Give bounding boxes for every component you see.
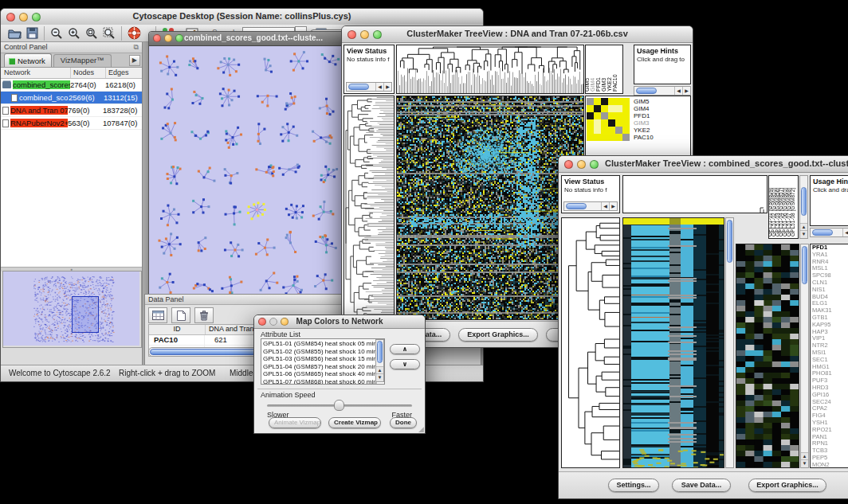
network-table-row[interactable]: combined_scores2764(0)16218(0) — [1, 79, 142, 92]
zoom-matrix-cell[interactable] — [615, 98, 622, 105]
close-button[interactable] — [153, 34, 161, 42]
zoom-matrix-cell[interactable] — [587, 105, 594, 112]
tv2-settings-button[interactable]: Settings... — [608, 479, 659, 492]
tv2-gene-list[interactable]: PFD1YRA1RNR4MSL1SPC98CLN1NIS1BUD4ELG1MAK… — [810, 244, 848, 468]
zoom-matrix-cell[interactable] — [594, 105, 601, 112]
tv2-heatmap-scrollbar[interactable] — [725, 217, 734, 468]
zoom-matrix-cell[interactable] — [615, 105, 622, 112]
attribute-list-item[interactable]: GPL51-02 (GSM855) heat shock 10 min — [263, 348, 384, 356]
slider-thumb[interactable] — [334, 400, 344, 411]
zoom-matrix-cell[interactable] — [594, 134, 601, 141]
tv1-usage-scrollbar[interactable]: ◀▶ — [634, 86, 691, 96]
open-session-icon[interactable] — [6, 25, 23, 41]
tv1-zoom-row-labels[interactable]: GIM5GIM4PFD1GIM3YKE2PAC10 — [634, 98, 654, 141]
zoom-matrix-cell[interactable] — [608, 112, 615, 119]
tv2-gene-list-scrollbar[interactable]: ▲▼ — [800, 244, 809, 468]
zoom-matrix-cell[interactable] — [601, 98, 608, 105]
attribute-list-item[interactable]: GPL51-03 (GSM856) heat shock 15 min — [263, 355, 384, 363]
tv2-column-label[interactable]: GPL51-08 (GSM872) — [790, 188, 795, 236]
network-table-row[interactable]: DNA and Tran 07769(0)183728(0) — [1, 104, 142, 117]
zoom-matrix-row-label[interactable]: PAC10 — [634, 134, 654, 141]
col-header-nodes[interactable]: Nodes — [71, 68, 106, 78]
zoom-matrix-cell[interactable] — [587, 127, 594, 134]
tab-network[interactable]: Network — [4, 53, 52, 67]
zoom-matrix-cell[interactable] — [601, 105, 608, 112]
tv2-save-data-button[interactable]: Save Data... — [672, 479, 731, 492]
zoom-matrix-cell[interactable] — [615, 127, 622, 134]
tv1-column-label[interactable]: PFD1 — [595, 77, 601, 92]
dp-col-id[interactable]: ID — [149, 325, 206, 334]
zoom-matrix-cell[interactable] — [601, 134, 608, 141]
tv1-column-labels[interactable]: GIM5GIM4PFD1GIM3YKE2PAC10 — [585, 45, 623, 94]
zoom-button[interactable] — [175, 34, 183, 42]
float-panel-icon[interactable]: ⧉ — [134, 43, 139, 52]
create-vizmap-button[interactable]: Create Vizmap — [328, 417, 381, 428]
zoom-matrix-cell[interactable] — [601, 127, 608, 134]
tv2-column-labels[interactable]: GPL51-01 (GSM854)GPL51-02 (GSM855)GPL51-… — [768, 175, 799, 239]
delete-attribute-trash-icon[interactable] — [194, 307, 214, 323]
zoom-in-icon[interactable] — [65, 25, 83, 41]
zoom-matrix-cell[interactable] — [594, 98, 601, 105]
minimize-button[interactable] — [164, 34, 172, 42]
tv2-zoom-heatmap[interactable] — [736, 244, 799, 468]
zoom-matrix-row-label[interactable]: PFD1 — [634, 112, 654, 119]
attribute-list-item[interactable]: GPL51-06 (GSM865) heat shock 40 min — [263, 370, 384, 378]
tv1-column-label[interactable]: GIM4 — [590, 78, 595, 92]
zoom-selected-icon[interactable] — [100, 25, 118, 41]
zoom-matrix-cell[interactable] — [601, 119, 608, 127]
tv1-titlebar[interactable]: ClusterMaker TreeView : DNA and Tran 07-… — [342, 26, 693, 43]
new-attribute-icon[interactable] — [171, 307, 190, 323]
zoom-matrix-cell[interactable] — [608, 127, 615, 134]
tv2-export-graphics-button[interactable]: Export Graphics... — [748, 479, 826, 492]
zoom-matrix-row-label[interactable]: YKE2 — [634, 127, 654, 134]
animate-vizmap-button[interactable]: Animate Vizmap — [269, 417, 321, 428]
attribute-list[interactable]: GPL51-01 (GSM854) heat shock 05 minGPL51… — [261, 338, 385, 385]
resize-grip[interactable]: ◢ — [418, 425, 424, 433]
tv2-usage-scrollbar[interactable]: ◀▶ — [810, 228, 848, 237]
birdseye-view[interactable] — [2, 271, 142, 348]
zoom-matrix-cell[interactable] — [594, 127, 601, 134]
tv1-heatmap[interactable] — [396, 96, 584, 320]
zoom-matrix-cell[interactable] — [622, 127, 630, 134]
zoom-matrix-cell[interactable] — [622, 105, 630, 112]
zoom-matrix-cell[interactable] — [622, 134, 630, 141]
zoom-matrix-cell[interactable] — [587, 119, 594, 127]
network-table-row[interactable]: combined_sco2569(6)13112(15) — [1, 92, 142, 104]
tv2-heatmap[interactable] — [622, 217, 724, 468]
tv2-column-labels-scrollbar[interactable]: ▲▼ — [799, 175, 808, 239]
attribute-list-scrollbar[interactable]: ▲▼ — [375, 339, 384, 382]
zoom-matrix-row-label[interactable]: GIM5 — [634, 98, 654, 105]
zoom-matrix-cell[interactable] — [622, 112, 630, 119]
tabs-overflow-button[interactable]: ▶ — [129, 55, 140, 66]
main-titlebar[interactable]: Cytoscape Desktop (Session Name: collins… — [1, 9, 483, 25]
zoom-matrix-cell[interactable] — [608, 134, 615, 141]
network-table-row[interactable]: RNAPuberNov2+I563(0)107847(0) — [1, 117, 142, 130]
help-lifering-icon[interactable] — [125, 25, 143, 41]
gene-label[interactable]: MON2 — [812, 462, 848, 468]
zoom-matrix-cell[interactable] — [615, 119, 622, 127]
select-attributes-icon[interactable] — [148, 307, 167, 323]
zoom-matrix-cell[interactable] — [615, 134, 622, 141]
save-session-icon[interactable] — [23, 25, 41, 41]
tv2-titlebar[interactable]: ClusterMaker TreeView : combined_scores_… — [559, 156, 848, 173]
tv1-zoom-heatmap[interactable] — [587, 98, 630, 141]
col-header-network[interactable]: Network — [1, 68, 71, 78]
zoom-matrix-cell[interactable] — [615, 112, 622, 119]
zoom-matrix-cell[interactable] — [594, 119, 601, 127]
zoom-matrix-cell[interactable] — [608, 98, 615, 105]
zoom-matrix-row-label[interactable]: GIM4 — [634, 105, 654, 112]
tv1-column-label[interactable]: YKE2 — [607, 77, 612, 92]
tab-vizmapper[interactable]: VizMapper™ — [53, 54, 112, 67]
zoom-matrix-cell[interactable] — [622, 119, 630, 127]
zoom-matrix-cell[interactable] — [601, 112, 608, 119]
tv2-gene-dendrogram[interactable] — [561, 217, 620, 468]
tv1-column-label[interactable]: PAC10 — [612, 74, 618, 92]
tv1-column-label[interactable]: GIM3 — [601, 78, 607, 92]
zoom-matrix-cell[interactable] — [608, 119, 615, 127]
network-canvas[interactable] — [149, 46, 344, 303]
attribute-list-item[interactable]: GPL51-04 (GSM857) heat shock 20 min — [263, 363, 384, 371]
tv1-gene-dendrogram[interactable] — [344, 96, 395, 320]
attribute-list-item[interactable]: GPL51-01 (GSM854) heat shock 05 min — [263, 340, 384, 348]
zoom-matrix-cell[interactable] — [594, 112, 601, 119]
done-button[interactable]: Done — [390, 417, 417, 428]
